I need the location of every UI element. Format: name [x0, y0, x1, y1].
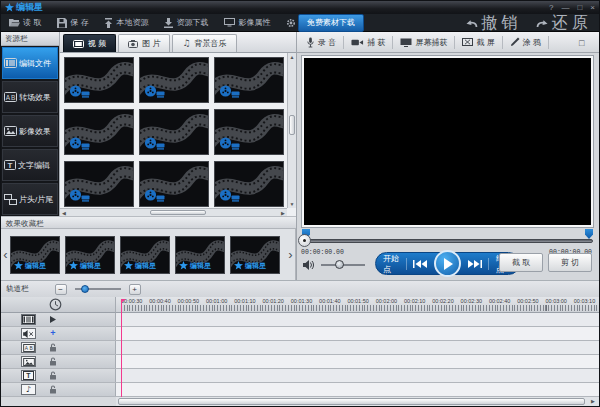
scrollbar-thumb[interactable]	[289, 115, 295, 135]
resource-tab[interactable]: 图 片	[118, 34, 170, 52]
ruler-time-label: 00:00:50	[178, 298, 199, 304]
track-lane[interactable]	[116, 369, 599, 382]
video-thumbnail[interactable]	[64, 161, 134, 207]
favorites-next-icon[interactable]: ›	[286, 236, 295, 274]
video-thumbnail[interactable]	[214, 161, 284, 207]
ruler-time-label: 00:01:40	[319, 298, 340, 304]
scroll-right-icon[interactable]: ▶	[279, 209, 287, 216]
lock-icon[interactable]	[48, 385, 58, 394]
favorites-prev-icon[interactable]: ‹	[1, 236, 10, 274]
sidebar-item[interactable]: 影像效果	[2, 115, 58, 147]
lock-icon[interactable]	[48, 371, 58, 380]
scroll-down-icon[interactable]: ▼	[288, 200, 296, 208]
star-icon	[124, 261, 133, 270]
detach-preview-button[interactable]: □	[579, 38, 584, 48]
scroll-left-icon[interactable]: ◀	[60, 209, 68, 216]
resource-tab-label: 视 频	[88, 38, 106, 49]
scroll-up-icon[interactable]: ▲	[288, 53, 296, 61]
favorite-thumbnail[interactable]: 编辑星	[65, 236, 115, 274]
next-frame-button[interactable]	[462, 260, 488, 268]
track-header: +	[1, 327, 116, 340]
preview-toolbar-button[interactable]: 捕 获	[344, 36, 393, 49]
film-file-icon	[4, 58, 17, 68]
scroll-right-icon[interactable]: ▶	[588, 397, 598, 406]
sidebar-item[interactable]: AB 转场效果	[2, 81, 58, 113]
preview-toolbar-button[interactable]: 屏幕捕获	[393, 36, 455, 49]
sidebar-item[interactable]: 编辑文件	[2, 47, 58, 79]
trim-end-handle[interactable]	[585, 229, 593, 239]
toolbar-button[interactable]: 本地资源	[96, 14, 156, 31]
toolbar-button[interactable]: 保 存	[49, 14, 96, 31]
watermark: 编辑星	[69, 261, 101, 271]
track-header	[1, 355, 116, 368]
seek-bar[interactable]	[302, 239, 593, 243]
toolbar-button[interactable]: 资源下载	[156, 14, 216, 31]
video-thumbnail[interactable]	[139, 57, 209, 103]
preview-toolbar-button[interactable]: 涂 鸦	[503, 36, 549, 49]
svg-text:T: T	[26, 372, 31, 379]
screen-icon	[400, 38, 412, 47]
playhead[interactable]	[121, 299, 122, 397]
capture-button[interactable]: 截 取	[499, 253, 543, 272]
timeline-zoom-slider[interactable]	[75, 288, 121, 290]
grid-vertical-scrollbar[interactable]: ▲ ▼	[287, 53, 296, 208]
sidebar-item-label: 影像效果	[19, 126, 51, 137]
favorite-thumbnail[interactable]: 编辑星	[230, 236, 280, 274]
play-icon[interactable]	[48, 316, 58, 323]
favorite-thumbnail[interactable]: 编辑星	[120, 236, 170, 274]
volume-control	[303, 260, 365, 270]
redo-button[interactable]: 还 原	[527, 13, 597, 34]
video-preview-screen	[302, 56, 593, 227]
camera-tab-icon	[128, 40, 138, 48]
lock-icon[interactable]	[48, 343, 58, 352]
volume-slider[interactable]	[321, 264, 365, 266]
track-lane[interactable]	[116, 383, 599, 396]
track-lane[interactable]	[116, 355, 599, 368]
timeline-zoom-in-button[interactable]: +	[129, 284, 141, 295]
video-thumbnail[interactable]	[64, 109, 134, 155]
favorite-thumbnail[interactable]: 编辑星	[175, 236, 225, 274]
plus-icon[interactable]: +	[48, 329, 58, 338]
toolbar-button-label: 资源下载	[176, 17, 208, 28]
preview-toolbar-button[interactable]: 截 屏	[455, 36, 502, 49]
play-button[interactable]	[434, 250, 461, 277]
video-thumbnail[interactable]	[214, 109, 284, 155]
grid-horizontal-scrollbar[interactable]: ◀ ▶	[60, 208, 287, 216]
seek-knob[interactable]	[298, 234, 311, 247]
resource-tab[interactable]: 视 频	[63, 34, 116, 52]
cut-button[interactable]: 剪 切	[548, 253, 592, 272]
speaker-icon[interactable]	[303, 260, 315, 270]
sidebar-item-label: 编辑文件	[19, 58, 51, 69]
sidebar-item[interactable]: 片头/片尾	[2, 183, 58, 215]
ruler-time-label: 00:02:20	[432, 298, 453, 304]
track-lane[interactable]	[116, 327, 599, 340]
free-material-download-button[interactable]: 免费素材下载	[298, 14, 364, 32]
lock-icon[interactable]	[48, 357, 58, 366]
toolbar-button[interactable]: 影像属性	[216, 14, 278, 31]
toolbar-button[interactable]: 读 取	[1, 14, 49, 31]
video-thumbnail[interactable]	[64, 57, 134, 103]
track-lane[interactable]	[116, 341, 599, 354]
scrollbar-thumb[interactable]	[150, 210, 206, 215]
sidebar-item[interactable]: T 文字编辑	[2, 149, 58, 181]
video-thumbnail[interactable]	[139, 109, 209, 155]
resource-tab[interactable]: ♫ 背景音乐	[172, 34, 236, 52]
image-effect-icon	[4, 126, 17, 136]
volume-knob[interactable]	[335, 260, 344, 269]
previous-frame-button[interactable]	[407, 260, 433, 268]
start-point-button[interactable]: 开始点	[376, 253, 406, 275]
track-row	[1, 355, 599, 369]
ruler-time-label: 00:01:10	[234, 298, 255, 304]
undo-button[interactable]: 撤 销	[456, 13, 526, 34]
timeline-horizontal-scrollbar[interactable]: ▶	[116, 396, 599, 406]
timeline-zoom-out-button[interactable]: −	[55, 284, 67, 295]
video-thumbnail[interactable]	[214, 57, 284, 103]
video-thumbnail[interactable]	[139, 161, 209, 207]
favorite-thumbnail[interactable]: 编辑星	[10, 236, 60, 274]
scrollbar-thumb[interactable]	[118, 398, 585, 405]
playhead-flag[interactable]	[121, 299, 126, 303]
time-ruler[interactable]: 00:00:3000:00:4000:00:5000:01:0000:01:10…	[116, 297, 599, 313]
preview-toolbar-button[interactable]: 录 音	[299, 36, 344, 49]
timeline-zoom-knob[interactable]	[81, 285, 89, 293]
track-lane[interactable]	[116, 313, 599, 326]
